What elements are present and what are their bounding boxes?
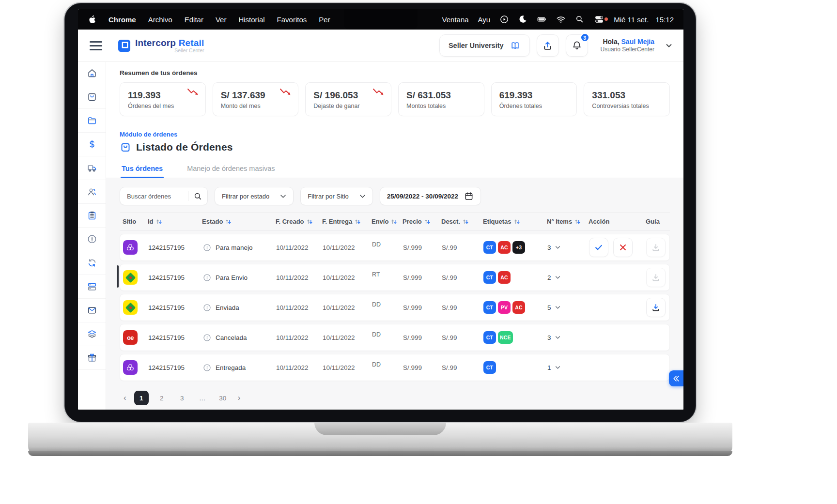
date-range-picker[interactable]: 25/09/2022 - 30/09/2022 bbox=[380, 187, 481, 205]
info-icon[interactable] bbox=[202, 333, 212, 342]
menubar-clock[interactable]: Mié 11 set.15:12 bbox=[614, 15, 674, 24]
sidebar-item-payments-dollar[interactable] bbox=[78, 133, 106, 156]
cell-n-items[interactable]: 1 bbox=[547, 364, 589, 371]
pagination-page-…[interactable]: … bbox=[195, 391, 210, 405]
tab-tus-rdenes[interactable]: Tus órdenes bbox=[121, 160, 164, 178]
sidebar-item-customers[interactable] bbox=[78, 180, 106, 204]
wifi-icon[interactable] bbox=[556, 15, 566, 24]
tag-PV[interactable]: PV bbox=[498, 301, 511, 314]
sort-arrows-icon[interactable] bbox=[574, 219, 581, 225]
cell-n-items[interactable]: 2 bbox=[547, 274, 589, 281]
upload-button[interactable] bbox=[537, 34, 559, 57]
menu-item-chrome[interactable]: Chrome bbox=[108, 15, 136, 24]
column-header-precio[interactable]: Precio bbox=[403, 218, 441, 225]
sidebar-item-inventory-server[interactable] bbox=[78, 275, 106, 299]
panel-collapse-button[interactable] bbox=[669, 370, 683, 386]
search-icon[interactable] bbox=[575, 15, 585, 24]
column-header-etiquetas[interactable]: Etiquetas bbox=[483, 218, 547, 225]
download-guide-button-disabled[interactable] bbox=[646, 268, 666, 287]
site-icon-yellow-marketplace[interactable] bbox=[123, 300, 138, 315]
download-guide-button[interactable] bbox=[646, 298, 666, 317]
reject-order-button[interactable] bbox=[613, 238, 633, 257]
site-icon-purple-marketplace[interactable] bbox=[123, 360, 138, 375]
tab-manejo-de-rdenes-masivas[interactable]: Manejo de órdenes masivas bbox=[186, 160, 276, 178]
control-center-wrap[interactable] bbox=[594, 15, 604, 24]
column-header-id[interactable]: Id bbox=[148, 218, 202, 225]
sidebar-item-shipping-truck[interactable] bbox=[78, 156, 106, 180]
site-icon-purple-marketplace[interactable] bbox=[123, 240, 138, 255]
filter-sitio-dropdown[interactable]: Filtrar por Sitio bbox=[300, 187, 373, 205]
approve-order-button[interactable] bbox=[589, 238, 608, 257]
sort-arrows-icon[interactable] bbox=[354, 219, 361, 225]
tag-plus3[interactable]: +3 bbox=[512, 241, 525, 254]
pagination-prev[interactable]: ‹ bbox=[122, 393, 128, 403]
sidebar-item-messages-mail[interactable] bbox=[78, 299, 106, 322]
search-icon[interactable] bbox=[193, 192, 202, 201]
download-guide-button-disabled[interactable] bbox=[646, 238, 666, 257]
sidebar-item-home[interactable] bbox=[78, 61, 106, 85]
column-header-desct-[interactable]: Desct. bbox=[441, 218, 483, 225]
tag-CT[interactable]: CT bbox=[483, 331, 496, 344]
pagination-page-2[interactable]: 2 bbox=[155, 391, 169, 405]
sidebar-item-orders-bag[interactable] bbox=[78, 85, 106, 109]
column-header-f-creado[interactable]: F. Creado bbox=[276, 218, 322, 225]
pagination-page-1[interactable]: 1 bbox=[134, 391, 149, 405]
tag-CT[interactable]: CT bbox=[483, 361, 496, 374]
sidebar-item-promotions-gift[interactable] bbox=[78, 346, 106, 370]
sort-arrows-icon[interactable] bbox=[424, 219, 431, 225]
sort-arrows-icon[interactable] bbox=[225, 219, 232, 225]
info-icon[interactable] bbox=[202, 243, 212, 252]
table-row[interactable]: 1242157195Para Envio10/11/202210/11/2022… bbox=[120, 264, 670, 291]
sidebar-item-alerts[interactable] bbox=[78, 228, 106, 251]
menu-hamburger-icon[interactable] bbox=[86, 35, 106, 56]
site-icon-oechsle[interactable]: oe bbox=[123, 330, 138, 345]
site-icon-yellow-marketplace[interactable] bbox=[123, 270, 138, 285]
column-header-f-entrega[interactable]: F. Entrega bbox=[322, 218, 372, 225]
menu-item-ventana[interactable]: Ventana bbox=[442, 15, 469, 24]
column-header-estado[interactable]: Estado bbox=[202, 218, 276, 225]
sort-arrows-icon[interactable] bbox=[155, 219, 162, 225]
tag-CT[interactable]: CT bbox=[483, 241, 496, 254]
cell-n-items[interactable]: 3 bbox=[547, 334, 589, 341]
menu-item-archivo[interactable]: Archivo bbox=[148, 15, 172, 24]
search-orders-box[interactable] bbox=[120, 187, 208, 205]
pagination-next[interactable]: › bbox=[236, 393, 243, 403]
tag-AC[interactable]: AC bbox=[512, 301, 525, 314]
menu-item-favoritos[interactable]: Favoritos bbox=[277, 15, 307, 24]
notifications-button[interactable]: 3 bbox=[566, 34, 588, 57]
tag-AC[interactable]: AC bbox=[498, 271, 511, 284]
scroll-indicator[interactable] bbox=[117, 265, 119, 288]
menu-item-ver[interactable]: Ver bbox=[216, 15, 227, 24]
sidebar-item-sync[interactable] bbox=[78, 251, 106, 275]
pagination-page-30[interactable]: 30 bbox=[216, 391, 230, 405]
menu-item-editar[interactable]: Editar bbox=[185, 15, 203, 24]
tag-NCE[interactable]: NCE bbox=[498, 331, 513, 344]
sidebar-item-folder[interactable] bbox=[78, 109, 106, 133]
table-row[interactable]: oe1242157195Cancelada10/11/202210/11/202… bbox=[120, 324, 670, 351]
column-header-env-o[interactable]: Envío bbox=[372, 218, 403, 225]
menu-item-ayu[interactable]: Ayu bbox=[478, 15, 491, 24]
tag-CT[interactable]: CT bbox=[483, 301, 496, 314]
info-icon[interactable] bbox=[202, 273, 212, 282]
menu-item-historial[interactable]: Historial bbox=[238, 15, 264, 24]
table-row[interactable]: 1242157195Para manejo10/11/202210/11/202… bbox=[120, 234, 670, 261]
apple-menu-icon[interactable] bbox=[88, 15, 96, 24]
column-header-n-items[interactable]: N° Items bbox=[547, 218, 589, 225]
cell-n-items[interactable]: 3 bbox=[547, 244, 589, 251]
sort-arrows-icon[interactable] bbox=[462, 219, 469, 225]
user-menu-chevron[interactable] bbox=[665, 42, 673, 49]
search-orders-input[interactable] bbox=[127, 193, 186, 200]
info-icon[interactable] bbox=[202, 303, 212, 312]
sort-arrows-icon[interactable] bbox=[390, 219, 397, 225]
table-row[interactable]: 1242157195Entregada10/11/202210/11/2022D… bbox=[120, 354, 670, 381]
sort-arrows-icon[interactable] bbox=[513, 219, 520, 225]
pagination-page-3[interactable]: 3 bbox=[175, 391, 189, 405]
tag-CT[interactable]: CT bbox=[483, 271, 496, 284]
menu-item-per[interactable]: Per bbox=[319, 15, 330, 24]
sidebar-item-catalog-layers[interactable] bbox=[78, 322, 106, 346]
tag-AC[interactable]: AC bbox=[498, 241, 511, 254]
battery-icon[interactable] bbox=[537, 15, 547, 24]
brand-logo[interactable]: Intercorp Retail Seller Center bbox=[118, 38, 204, 53]
play-icon[interactable] bbox=[499, 15, 509, 24]
moon-icon[interactable] bbox=[518, 15, 528, 24]
